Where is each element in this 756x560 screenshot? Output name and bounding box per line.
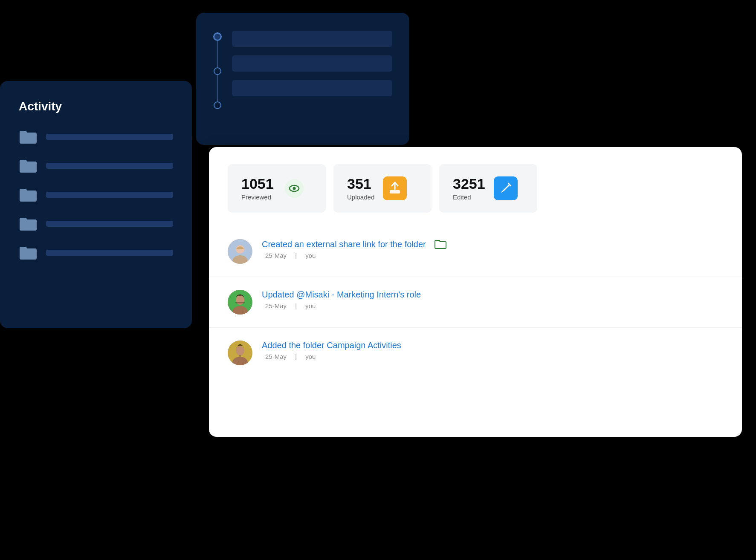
timeline-card: [196, 13, 409, 145]
folder-icon-3: [19, 187, 38, 203]
stat-number-edited: 3251: [453, 176, 485, 192]
stat-card-uploaded: 351 Uploaded: [333, 164, 432, 213]
activity-bar-5: [46, 250, 173, 256]
stat-label-edited: Edited: [453, 193, 485, 201]
feed-meta-2: 25-May | you: [262, 302, 723, 309]
feed-content-3: Added the folder Campaign Activities 25-…: [262, 341, 723, 360]
feed-content-2: Updated @Misaki - Marketing Intern's rol…: [262, 290, 723, 309]
timeline-connector-2: [217, 75, 218, 101]
stat-card-previewed: 1051 Previewed: [228, 164, 326, 213]
folder-inline-icon-1: [434, 239, 446, 249]
feed-item-1: Created an external share link for the f…: [209, 226, 742, 277]
svg-point-2: [293, 187, 295, 190]
timeline-dot-filled: [213, 32, 222, 41]
feed-date-2: 25-May: [265, 302, 287, 309]
activity-item-2: [19, 158, 173, 174]
avatar-2: [228, 290, 252, 315]
svg-point-15: [236, 346, 244, 355]
feed-date-1: 25-May: [265, 252, 287, 259]
feed-content-1: Created an external share link for the f…: [262, 239, 723, 259]
edit-icon: [494, 176, 518, 200]
svg-point-17: [239, 355, 241, 357]
activity-item-4: [19, 216, 173, 232]
activity-card: Activity: [0, 81, 192, 328]
feed-action-text-1: Created an external share link for the f…: [262, 240, 426, 249]
stat-text-edited: 3251 Edited: [453, 176, 485, 201]
stat-number-uploaded: 351: [347, 176, 374, 192]
stat-label-uploaded: Uploaded: [347, 193, 374, 201]
feed-user-2: you: [305, 302, 316, 309]
timeline-row-3: [232, 80, 392, 96]
stat-text-uploaded: 351 Uploaded: [347, 176, 374, 201]
timeline-rows: [232, 30, 392, 96]
svg-rect-4: [390, 190, 400, 193]
feed-action-text-2: Updated @Misaki - Marketing Intern's rol…: [262, 290, 421, 300]
activity-item-3: [19, 187, 173, 203]
feed-item-3: Added the folder Campaign Activities 25-…: [209, 328, 742, 378]
stat-card-edited: 3251 Edited: [439, 164, 537, 213]
folder-icon-2: [19, 158, 38, 174]
activity-bar-1: [46, 134, 173, 140]
meta-sep-3: |: [295, 353, 297, 360]
timeline-row-2: [232, 55, 392, 72]
feed-meta-1: 25-May | you: [262, 252, 723, 259]
meta-sep-2: |: [295, 302, 297, 309]
feed-action-text-3: Added the folder Campaign Activities: [262, 341, 401, 350]
feed-user-3: you: [305, 353, 316, 360]
feed-meta-3: 25-May | you: [262, 353, 723, 360]
timeline-connector: [217, 41, 218, 67]
activity-bar-4: [46, 221, 173, 227]
avatar-3: [228, 341, 252, 365]
timeline-row-1: [232, 31, 392, 47]
activity-item: [19, 129, 173, 145]
folder-icon-1: [19, 129, 38, 145]
feed-action-3: Added the folder Campaign Activities: [262, 341, 723, 350]
activity-item-5: [19, 245, 173, 261]
folder-icon-4: [19, 216, 38, 232]
activity-bar-2: [46, 163, 173, 169]
eye-icon: [282, 176, 306, 200]
timeline-line: [213, 30, 222, 109]
main-card: 1051 Previewed 351 Uploaded: [209, 147, 742, 437]
feed-user-1: you: [305, 252, 316, 259]
feed-item-2: Updated @Misaki - Marketing Intern's rol…: [209, 277, 742, 328]
folder-icon-5: [19, 245, 38, 261]
activity-bar-3: [46, 192, 173, 198]
stat-label-previewed: Previewed: [241, 193, 274, 201]
stats-row: 1051 Previewed 351 Uploaded: [209, 147, 742, 226]
activity-title: Activity: [19, 100, 173, 113]
stat-text-previewed: 1051 Previewed: [241, 176, 274, 201]
feed-action-1: Created an external share link for the f…: [262, 239, 723, 249]
svg-rect-13: [235, 302, 245, 303]
feed-date-3: 25-May: [265, 353, 287, 360]
timeline-dot-empty-1: [214, 67, 221, 75]
stat-number-previewed: 1051: [241, 176, 274, 192]
feed-action-2: Updated @Misaki - Marketing Intern's rol…: [262, 290, 723, 300]
upload-icon: [383, 176, 407, 200]
timeline-dot-empty-2: [214, 101, 221, 109]
meta-sep-1: |: [295, 252, 297, 259]
avatar-1: [228, 239, 252, 264]
